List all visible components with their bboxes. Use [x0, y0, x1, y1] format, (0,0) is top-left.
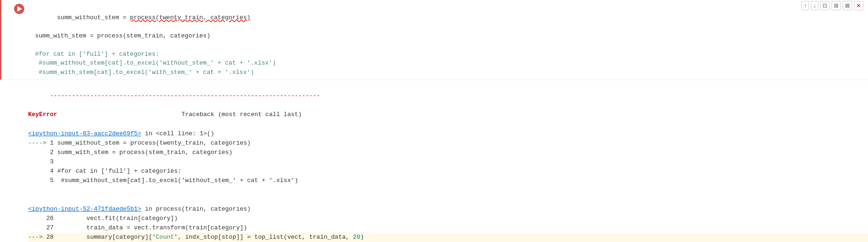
- run-icon: [17, 6, 22, 12]
- error-separator: ----------------------------------------…: [28, 82, 868, 101]
- code-content: summ_without_stem = process(twenty_train…: [33, 3, 868, 78]
- code-line-3: [35, 40, 866, 50]
- error-link2-line: <ipython-input-52-471fdaede5b1> in proce…: [28, 195, 868, 214]
- code-line-5: #summ_without_stem[cat].to_excel('withou…: [35, 59, 866, 68]
- output-area: ----------------------------------------…: [0, 80, 868, 242]
- error-link1[interactable]: <ipython-input-83-aacc2dee69f5>: [28, 130, 141, 137]
- traceback-line-3: 3: [28, 157, 868, 167]
- code-line-2: summ_with_stem = process(stem_train, cat…: [35, 31, 866, 41]
- run-button[interactable]: [14, 4, 24, 14]
- error-link2[interactable]: <ipython-input-52-471fdaede5b1>: [28, 205, 141, 213]
- error-header: KeyError Traceback (most recent call las…: [28, 101, 868, 119]
- error-link1-line: <ipython-input-83-aacc2dee69f5> in <cell…: [28, 120, 868, 139]
- traceback-line-26: 26 vect.fit(train[category]): [28, 214, 868, 223]
- traceback-line-2: 2 summ_with_stem = process(stem_train, c…: [28, 148, 868, 157]
- traceback-line-1: ----> 1 summ_without_stem = process(twen…: [28, 139, 868, 148]
- traceback-line-4: 4 #for cat in ['full'] + categories:: [28, 167, 868, 176]
- error-output: ----------------------------------------…: [28, 82, 868, 242]
- cell-run-area: [5, 3, 33, 78]
- code-line-6: #summ_with_stem[cat].to_excel('with_stem…: [35, 68, 866, 77]
- spacer1: [28, 186, 868, 195]
- traceback-line-27: 27 train_data = vect.transform(train[cat…: [28, 223, 868, 233]
- traceback-line-28: ---> 28 summary[category]['Count', indx_…: [28, 233, 868, 242]
- code-line-4: #for cat in ['full'] + categories:: [35, 50, 866, 59]
- traceback-line-5: 5 #summ_without_stem[cat].to_excel('with…: [28, 176, 868, 185]
- code-cell: summ_without_stem = process(twenty_train…: [0, 0, 868, 80]
- code-line-1: summ_without_stem = process(twenty_train…: [35, 4, 866, 31]
